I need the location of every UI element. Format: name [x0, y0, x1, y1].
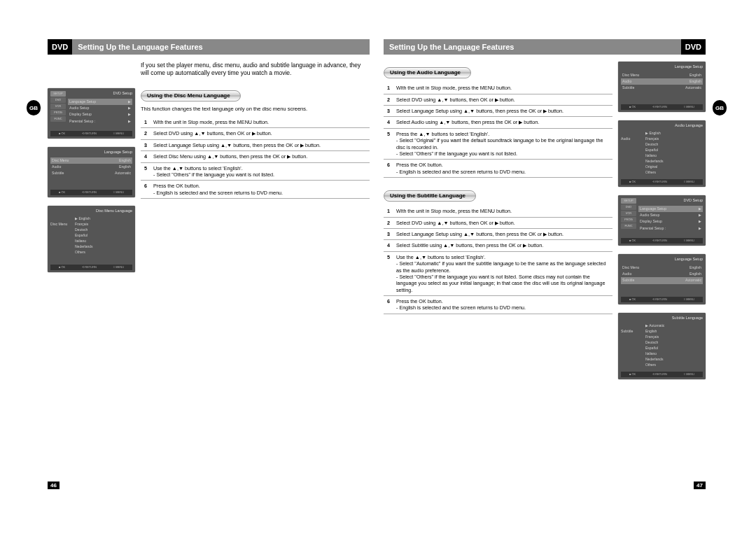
screenshot-lang-setup: Language Setup Disc MenuEnglishAudioEngl… — [48, 147, 135, 197]
screenshot-audio-lang: Audio Language Audio EnglishFrançaisDeut… — [618, 120, 706, 187]
page-title: Setting Up the Language Features — [72, 39, 370, 55]
screenshot-disc-menu-lang: Disc Menu Language Disc Menu EnglishFran… — [48, 206, 135, 272]
gb-tab-right: GB — [713, 100, 727, 115]
screenshots-column-left: SETUP DVD VCR PROG FUNC DVD Setup Langua… — [48, 62, 135, 272]
disc-menu-desc: This function changes the text language … — [141, 106, 370, 113]
section-header-subtitle: Using the Subtitle Language — [384, 190, 476, 202]
steps-table-subtitle: 1With the unit in Stop mode, press the M… — [384, 206, 612, 314]
text-column-right: Using the Audio Language 1With the unit … — [384, 62, 612, 379]
screenshot-lang-setup-audio: Language Setup Disc MenuEnglishAudioEngl… — [618, 62, 706, 112]
screenshot-dvd-setup-2: SETUP DVD VCR PROG FUNC DVD Setup Langua… — [618, 195, 706, 246]
header-bar-right: Setting Up the Language Features DVD — [384, 39, 706, 55]
screenshots-column-right: Language Setup Disc MenuEnglishAudioEngl… — [618, 62, 706, 379]
steps-table-audio: 1With the unit in Stop mode, press the M… — [384, 83, 612, 178]
page-number-left: 46 — [48, 482, 59, 489]
section-header-audio: Using the Audio Language — [384, 67, 471, 78]
screenshot-subtitle-lang: Subtitle Language Subtitle AutomaticEngl… — [618, 313, 706, 379]
section-header-disc-menu: Using the Disc Menu Language — [141, 90, 241, 101]
page-right: Setting Up the Language Features DVD GB … — [377, 39, 706, 506]
steps-table-disc-menu: 1With the unit in Stop mode, press the M… — [141, 117, 370, 199]
intro-text: If you set the player menu, disc menu, a… — [141, 62, 370, 78]
page-title: Setting Up the Language Features — [384, 39, 681, 55]
screenshot-dvd-setup: SETUP DVD VCR PROG FUNC DVD Setup Langua… — [48, 88, 135, 139]
dvd-badge: DVD — [48, 39, 72, 55]
header-bar-left: DVD Setting Up the Language Features — [48, 39, 370, 55]
dvd-badge: DVD — [681, 39, 706, 55]
gb-tab-left: GB — [27, 100, 41, 115]
screenshot-lang-setup-sub: Language Setup Disc MenuEnglishAudioEngl… — [618, 254, 706, 304]
text-column-left: If you set the player menu, disc menu, a… — [141, 62, 370, 272]
page-number-right: 47 — [694, 482, 706, 489]
page-left: DVD Setting Up the Language Features GB … — [48, 39, 377, 506]
